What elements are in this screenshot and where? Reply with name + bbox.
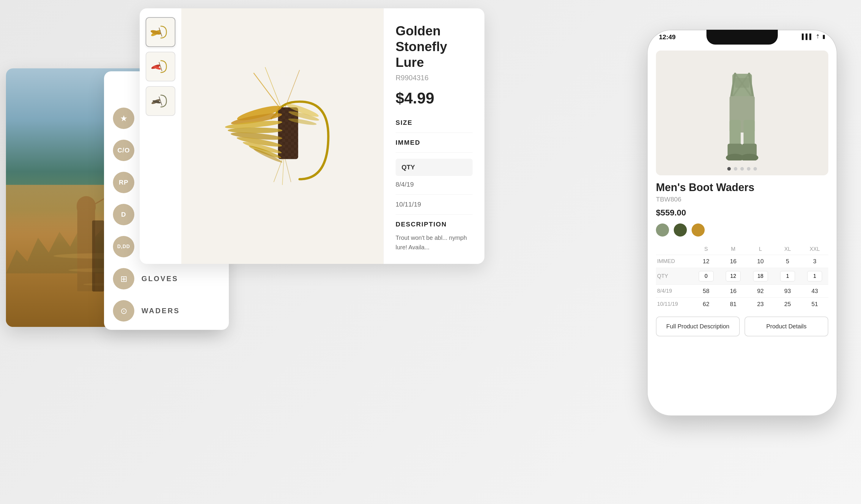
product-name: Golden Stonefly Lure	[396, 23, 473, 70]
dot-5	[753, 167, 757, 171]
cell-qty-l[interactable]	[747, 268, 774, 285]
description-text: Trout won't be abl... nymph lure! Availa…	[396, 233, 473, 252]
color-swatch-olive[interactable]	[674, 223, 687, 236]
catalog-badge-socks: D	[113, 204, 134, 225]
dot-2	[734, 167, 737, 171]
table-row-immed: IMMED 12 16 10 5 3	[656, 255, 828, 268]
cell-qty-s[interactable]	[693, 268, 720, 285]
catalog-badge-outerwear: RP	[113, 172, 134, 193]
product-info-panel: Golden Stonefly Lure R9904316 $4.99 SIZE…	[383, 8, 484, 264]
wifi-icon: ⇡	[816, 33, 820, 40]
mobile-bottom-buttons: Full Product Description Product Details	[656, 316, 828, 336]
cell-date1-xl: 93	[774, 285, 801, 298]
color-swatch-gold[interactable]	[692, 223, 705, 236]
product-thumbnails	[140, 8, 181, 264]
row-label-immed: IMMED	[656, 255, 693, 268]
catalog-badge-text-safety: C/O	[118, 147, 130, 154]
color-swatches	[656, 223, 828, 236]
cell-date2-xl: 25	[774, 298, 801, 311]
cell-qty-xl[interactable]	[774, 268, 801, 285]
catalog-badge-text-bags: D,DD	[117, 244, 130, 249]
immed-label: IMMED	[396, 139, 473, 147]
status-time: 12:49	[659, 33, 675, 41]
mobile-product-sku: TBW806	[656, 195, 828, 203]
cell-date2-s: 62	[693, 298, 720, 311]
product-sku: R9904316	[396, 74, 473, 82]
golden-stonefly-lure-image	[208, 50, 357, 222]
cell-qty-xxl[interactable]	[801, 268, 828, 285]
cell-date1-m: 16	[720, 285, 747, 298]
color-swatch-sage[interactable]	[656, 223, 669, 236]
svg-point-20	[228, 127, 282, 133]
header-l: L	[747, 244, 774, 255]
catalog-badge-text-socks: D	[121, 211, 126, 218]
qty-field[interactable]: QTY	[396, 159, 473, 176]
cell-immed-xl: 5	[774, 255, 801, 268]
thumbnail-lure-1-icon	[149, 20, 173, 44]
waders-icon: ⊙	[120, 306, 127, 316]
image-dots	[727, 167, 757, 171]
qty-input-s[interactable]	[699, 271, 714, 282]
qty-label: QTY	[401, 163, 415, 171]
svg-rect-4	[92, 220, 104, 291]
svg-line-11	[159, 62, 162, 71]
divider-1	[396, 133, 473, 133]
cell-immed-xxl: 3	[801, 255, 828, 268]
battery-icon: ▮	[822, 33, 825, 40]
cell-date1-l: 92	[747, 285, 774, 298]
signal-icon: ▌▌▌	[802, 33, 813, 40]
date1: 8/4/19	[396, 181, 473, 188]
cell-immed-s: 12	[693, 255, 720, 268]
header-xl: XL	[774, 244, 801, 255]
star-icon: ★	[120, 113, 127, 123]
product-data-table: S M L XL XXL IMMED 12 16 10	[656, 244, 828, 311]
divider-4	[396, 214, 473, 215]
waders-product-image	[712, 65, 772, 161]
svg-line-14	[159, 97, 162, 106]
status-icons: ▌▌▌ ⇡ ▮	[802, 33, 825, 40]
cell-qty-m[interactable]	[720, 268, 747, 285]
thumbnail-3[interactable]	[146, 86, 175, 116]
cell-immed-m: 16	[720, 255, 747, 268]
full-description-button[interactable]: Full Product Description	[656, 316, 740, 336]
catalog-item-waders[interactable]: ⊙ WADERS	[113, 300, 220, 322]
qty-input-xl[interactable]	[780, 271, 795, 282]
catalog-badge-gloves: ⊞	[113, 268, 134, 289]
mobile-product-name: Men's Boot Waders	[656, 181, 828, 194]
row-label-date2: 10/11/19	[656, 298, 693, 311]
phone-content: Men's Boot Waders TBW806 $559.00 S M	[647, 47, 837, 416]
cell-immed-l: 10	[747, 255, 774, 268]
cell-date1-xxl: 43	[801, 285, 828, 298]
catalog-label-waders: WADERS	[141, 307, 180, 315]
catalog-badge-text-outerwear: RP	[119, 179, 129, 186]
catalog-item-gloves[interactable]: ⊞ GLOVES	[113, 268, 220, 289]
scene: CATALOG ★ FOOTWEAR C/O SAFTEY BO... RP O…	[0, 0, 861, 504]
svg-line-31	[265, 67, 281, 107]
size-label: SIZE	[396, 119, 473, 126]
thumbnail-lure-3-icon	[149, 89, 173, 113]
mobile-phone-wrapper: 12:49 ▌▌▌ ⇡ ▮	[647, 30, 837, 416]
product-details-button[interactable]: Product Details	[744, 316, 828, 336]
cell-date2-m: 81	[720, 298, 747, 311]
thumbnail-1[interactable]	[146, 17, 175, 47]
qty-input-m[interactable]	[726, 271, 741, 282]
header-s: S	[693, 244, 720, 255]
qty-input-l[interactable]	[753, 271, 768, 282]
thumbnail-lure-2-icon	[149, 55, 173, 79]
thumbnail-2[interactable]	[146, 52, 175, 81]
divider-2	[396, 152, 473, 153]
product-main-image	[208, 47, 357, 225]
table-row-date1: 8/4/19 58 16 92 93 43	[656, 285, 828, 298]
catalog-label-gloves: GLOVES	[141, 275, 178, 283]
phone-notch	[707, 30, 778, 44]
qty-input-xxl[interactable]	[807, 271, 822, 282]
dot-3	[740, 167, 744, 171]
svg-line-32	[274, 159, 282, 182]
svg-rect-49	[735, 78, 749, 88]
waders-image-container	[656, 51, 828, 175]
catalog-badge-waders: ⊙	[113, 300, 134, 322]
header-m: M	[720, 244, 747, 255]
header-xxl: XXL	[801, 244, 828, 255]
product-image-area	[181, 8, 383, 264]
header-empty	[656, 244, 693, 255]
